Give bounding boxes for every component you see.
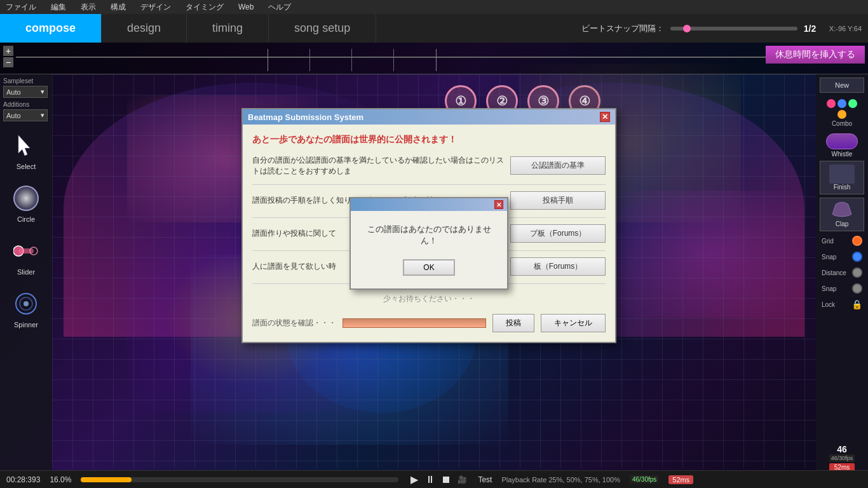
circle-tool-label: Circle <box>17 215 35 223</box>
additions-label: Additions <box>3 101 49 108</box>
grid-toggle[interactable] <box>852 236 862 246</box>
additions-section: Additions Auto ▾ <box>3 101 49 121</box>
latency-display: 52ms <box>668 475 693 484</box>
tab-compose[interactable]: compose <box>0 14 102 43</box>
error-ok-button[interactable]: OK <box>403 259 454 276</box>
menu-design[interactable]: デザイン <box>138 1 173 14</box>
clap-icon <box>829 201 855 220</box>
distance-label: Distance <box>822 269 846 276</box>
svg-point-6 <box>24 301 29 306</box>
beat-snap-slider[interactable] <box>670 27 797 30</box>
tab-design[interactable]: design <box>102 14 187 43</box>
rest-insert-button[interactable]: 休息時間を挿入する <box>766 46 865 64</box>
coordinates-display: X:-96 Y:64 <box>829 25 862 32</box>
bss-progress-bar <box>342 318 486 328</box>
snap2-toggle-row: Snap <box>820 282 864 295</box>
error-close-button[interactable]: ✕ <box>494 200 503 209</box>
menu-timing[interactable]: タイミング <box>183 1 226 14</box>
tab-bar: compose design timing song setup ビートスナップ… <box>0 14 868 43</box>
bss-row4-btn[interactable]: 板（Forums） <box>510 257 606 276</box>
pause-button[interactable]: ⏸ <box>424 473 437 486</box>
snap-toggle-row: Snap <box>820 250 864 263</box>
menu-web[interactable]: Web <box>236 1 256 13</box>
snap2-label: Snap <box>822 285 836 292</box>
test-label: Test <box>478 475 492 484</box>
bss-titlebar: Beatmap Submission System ✕ <box>243 109 615 125</box>
whistle-section: Whistle <box>820 133 864 158</box>
record-button[interactable]: 🎥 <box>456 473 468 486</box>
lock-toggle-row: Lock 🔒 <box>820 298 864 311</box>
notes-section: 46 46/30fps 52ms <box>829 444 855 471</box>
error-dialog: ✕ この譜面はあなたのではありません！ OK <box>349 197 508 290</box>
menu-view[interactable]: 表示 <box>78 1 98 14</box>
timeline[interactable]: + − ① ② ③ ④ 休息時間を挿入する <box>0 43 868 74</box>
slider-tool-icon <box>10 235 42 267</box>
timeline-progress[interactable] <box>81 477 398 482</box>
bss-title: Beatmap Submission System <box>248 112 363 122</box>
additions-dropdown[interactable]: Auto ▾ <box>3 109 48 121</box>
tool-select[interactable]: Select <box>3 125 49 175</box>
tool-spinner[interactable]: Spinner <box>3 283 49 334</box>
select-tool-icon <box>10 130 42 161</box>
bss-cancel-button[interactable]: キャンセル <box>541 314 606 332</box>
distance-toggle[interactable] <box>852 268 862 278</box>
tab-song-setup[interactable]: song setup <box>269 14 376 43</box>
snap2-toggle[interactable] <box>852 283 862 294</box>
time-display: 00:28:393 <box>6 475 40 484</box>
playback-controls: ▶ ⏸ ⏹ 🎥 <box>408 473 468 486</box>
snap-label: Snap <box>822 254 836 261</box>
combo-color-1 <box>827 99 836 108</box>
tool-circle[interactable]: Circle <box>3 177 49 228</box>
bss-footer-label: 譜面の状態を確認・・・ <box>252 318 336 329</box>
timeline-zoom-out[interactable]: − <box>3 57 13 67</box>
bss-divider-1 <box>252 184 606 185</box>
svg-marker-0 <box>18 135 30 156</box>
menu-config[interactable]: 構成 <box>108 1 128 14</box>
stop-button[interactable]: ⏹ <box>440 473 452 486</box>
menu-help[interactable]: ヘルプ <box>266 1 294 14</box>
status-bar: 00:28:393 16.0% ▶ ⏸ ⏹ 🎥 Test Playback Ra… <box>0 470 868 488</box>
bss-close-button[interactable]: ✕ <box>600 112 610 122</box>
bss-footer: 譜面の状態を確認・・・ 投稿 キャンセル <box>252 314 606 332</box>
bss-submit-button[interactable]: 投稿 <box>492 314 534 332</box>
distance-toggle-row: Distance <box>820 266 864 279</box>
menu-bar: ファイル 編集 表示 構成 デザイン タイミング Web ヘルプ <box>0 0 868 14</box>
beat-snap-thumb <box>683 25 691 32</box>
chevron-down-icon2: ▾ <box>41 111 44 119</box>
bss-row1-text: 自分の譜面が公認譜面の基準を満たしているか確認したい場合はこのリストは読むことを… <box>252 155 504 177</box>
error-message: この譜面はあなたのではありません！ <box>360 224 498 247</box>
whistle-label: Whistle <box>832 151 853 158</box>
whistle-toggle[interactable] <box>826 133 858 149</box>
play-button[interactable]: ▶ <box>408 473 421 486</box>
snap-toggle[interactable] <box>852 252 862 262</box>
menu-edit[interactable]: 編集 <box>48 1 69 14</box>
new-combo-btn[interactable]: New <box>820 78 864 93</box>
tab-timing[interactable]: timing <box>187 14 269 43</box>
clap-btn[interactable]: Clap <box>820 198 864 231</box>
svg-rect-2 <box>18 248 34 254</box>
slider-tool-label: Slider <box>17 268 35 276</box>
combo-color-2 <box>837 99 846 108</box>
bss-row3-btn[interactable]: ブ板（Forums） <box>510 224 606 243</box>
beat-snap-value: 1/2 <box>804 24 823 34</box>
bss-header: あと一歩であなたの譜面は世界的に公開されます！ <box>252 134 606 146</box>
tool-slider[interactable]: Slider <box>3 230 49 281</box>
bss-row-1: 自分の譜面が公認譜面の基準を満たしているか確認したい場合はこのリストは読むことを… <box>252 155 606 177</box>
spinner-tool-label: Spinner <box>14 321 38 329</box>
error-titlebar: ✕ <box>351 198 507 211</box>
notes-value: 46 <box>829 444 855 454</box>
circle-tool-icon <box>10 182 42 214</box>
sampleset-dropdown[interactable]: Auto ▾ <box>3 86 48 98</box>
finish-icon <box>829 165 855 184</box>
grid-label: Grid <box>822 238 834 245</box>
combo-color-3 <box>848 99 857 108</box>
finish-btn[interactable]: Finish <box>820 161 864 194</box>
timeline-zoom-in[interactable]: + <box>3 46 13 56</box>
menu-file[interactable]: ファイル <box>3 1 39 14</box>
lock-icon: 🔒 <box>851 299 862 309</box>
bss-row1-btn[interactable]: 公認譜面の基準 <box>510 156 606 175</box>
right-sidebar: New Combo Whistle Finish Clap Grid <box>816 74 868 475</box>
bss-row2-btn[interactable]: 投稿手順 <box>510 191 606 210</box>
playback-rate: Playback Rate 25%, 50%, 75%, 100% <box>501 476 620 484</box>
fps-display: 46/30fps <box>630 475 659 484</box>
